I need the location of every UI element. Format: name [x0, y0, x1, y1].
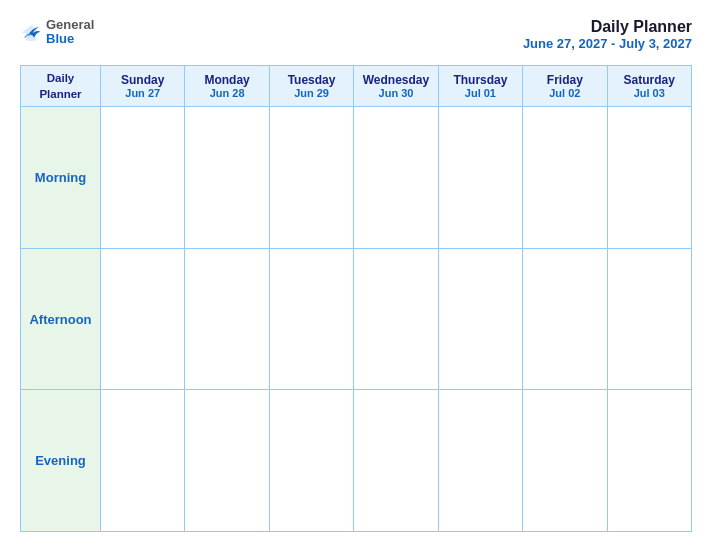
cell-afternoon-sunday[interactable] [101, 248, 185, 390]
header-right: Daily Planner June 27, 2027 - July 3, 20… [523, 18, 692, 51]
col-header-tuesday: Tuesday Jun 29 [269, 66, 353, 107]
table-header-row: DailyPlanner Sunday Jun 27 Monday Jun 28… [21, 66, 692, 107]
cell-morning-wednesday[interactable] [354, 107, 438, 249]
logo-blue: Blue [46, 32, 94, 46]
cell-evening-saturday[interactable] [607, 390, 691, 532]
col-header-wednesday: Wednesday Jun 30 [354, 66, 438, 107]
cell-evening-thursday[interactable] [438, 390, 522, 532]
col-header-sunday: Sunday Jun 27 [101, 66, 185, 107]
day-date-thursday: Jul 01 [441, 87, 520, 99]
cell-evening-sunday[interactable] [101, 390, 185, 532]
row-afternoon: Afternoon [21, 248, 692, 390]
cell-evening-wednesday[interactable] [354, 390, 438, 532]
day-name-sunday: Sunday [103, 73, 182, 87]
day-date-saturday: Jul 03 [610, 87, 689, 99]
day-name-thursday: Thursday [441, 73, 520, 87]
cell-evening-friday[interactable] [523, 390, 607, 532]
day-name-tuesday: Tuesday [272, 73, 351, 87]
cell-morning-thursday[interactable] [438, 107, 522, 249]
col-header-saturday: Saturday Jul 03 [607, 66, 691, 107]
row-evening: Evening [21, 390, 692, 532]
page: General Blue Daily Planner June 27, 2027… [0, 0, 712, 550]
cell-morning-sunday[interactable] [101, 107, 185, 249]
day-date-sunday: Jun 27 [103, 87, 182, 99]
cell-morning-friday[interactable] [523, 107, 607, 249]
label-evening: Evening [21, 390, 101, 532]
cell-afternoon-monday[interactable] [185, 248, 269, 390]
label-morning: Morning [21, 107, 101, 249]
cell-morning-saturday[interactable] [607, 107, 691, 249]
cell-evening-tuesday[interactable] [269, 390, 353, 532]
cell-afternoon-friday[interactable] [523, 248, 607, 390]
logo: General Blue [20, 18, 94, 47]
planner-dates: June 27, 2027 - July 3, 2027 [523, 36, 692, 51]
cell-afternoon-tuesday[interactable] [269, 248, 353, 390]
day-name-monday: Monday [187, 73, 266, 87]
logo-text: General Blue [46, 18, 94, 47]
table-header-label: DailyPlanner [21, 66, 101, 107]
col-header-monday: Monday Jun 28 [185, 66, 269, 107]
generalblue-logo-icon [20, 22, 42, 44]
col-header-thursday: Thursday Jul 01 [438, 66, 522, 107]
day-name-friday: Friday [525, 73, 604, 87]
cell-evening-monday[interactable] [185, 390, 269, 532]
calendar-table: DailyPlanner Sunday Jun 27 Monday Jun 28… [20, 65, 692, 532]
day-date-friday: Jul 02 [525, 87, 604, 99]
day-date-monday: Jun 28 [187, 87, 266, 99]
label-afternoon: Afternoon [21, 248, 101, 390]
cell-morning-tuesday[interactable] [269, 107, 353, 249]
col-header-friday: Friday Jul 02 [523, 66, 607, 107]
day-date-wednesday: Jun 30 [356, 87, 435, 99]
cell-afternoon-saturday[interactable] [607, 248, 691, 390]
row-morning: Morning [21, 107, 692, 249]
day-name-saturday: Saturday [610, 73, 689, 87]
day-name-wednesday: Wednesday [356, 73, 435, 87]
cell-afternoon-wednesday[interactable] [354, 248, 438, 390]
cell-afternoon-thursday[interactable] [438, 248, 522, 390]
daily-planner-header-label: DailyPlanner [39, 72, 81, 100]
day-date-tuesday: Jun 29 [272, 87, 351, 99]
header: General Blue Daily Planner June 27, 2027… [20, 18, 692, 51]
logo-general: General [46, 18, 94, 32]
cell-morning-monday[interactable] [185, 107, 269, 249]
planner-title: Daily Planner [523, 18, 692, 36]
